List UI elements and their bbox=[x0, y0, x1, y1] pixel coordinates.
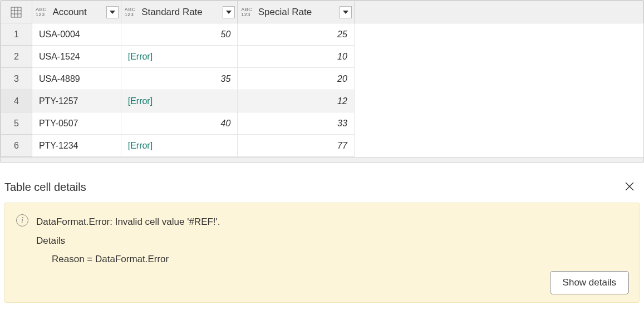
grid-footer-spacer bbox=[1, 157, 643, 162]
cell-standard-rate[interactable]: [Error] bbox=[121, 135, 238, 157]
row-number[interactable]: 4 bbox=[1, 90, 32, 112]
row-number[interactable]: 3 bbox=[1, 68, 32, 90]
error-message-panel: i DataFormat.Error: Invalid cell value '… bbox=[4, 203, 640, 303]
column-label: Special Rate bbox=[258, 7, 312, 17]
select-all-corner[interactable] bbox=[1, 1, 32, 23]
cell-special-rate[interactable]: 77 bbox=[238, 135, 355, 157]
row-number[interactable]: 2 bbox=[1, 46, 32, 68]
table-icon bbox=[11, 7, 22, 18]
info-icon: i bbox=[16, 214, 28, 226]
row-number[interactable]: 6 bbox=[1, 135, 32, 157]
details-label: Details bbox=[36, 232, 220, 250]
cell-special-rate[interactable]: 33 bbox=[238, 112, 355, 135]
error-reason: Reason = DataFormat.Error bbox=[36, 250, 220, 268]
cell-account[interactable]: PTY-1257 bbox=[32, 90, 121, 112]
column-header-standard-rate[interactable]: ABC 123 Standard Rate bbox=[121, 1, 238, 23]
cell-special-rate[interactable]: 12 bbox=[238, 90, 355, 112]
table-row[interactable]: 2USA-1524[Error]10 bbox=[1, 46, 643, 68]
show-details-button[interactable]: Show details bbox=[550, 271, 629, 294]
cell-account[interactable]: PTY-0507 bbox=[32, 112, 121, 135]
column-label: Standard Rate bbox=[141, 7, 203, 17]
filter-button-special-rate[interactable] bbox=[340, 6, 352, 18]
table-row[interactable]: 4PTY-1257[Error]12 bbox=[1, 90, 643, 112]
chevron-down-icon bbox=[110, 11, 115, 14]
error-text: DataFormat.Error: Invalid cell value '#R… bbox=[36, 213, 220, 231]
cell-standard-rate[interactable]: 50 bbox=[121, 23, 238, 46]
table-row[interactable]: 3USA-48893520 bbox=[1, 68, 643, 90]
cell-account[interactable]: PTY-1234 bbox=[32, 135, 121, 157]
row-number[interactable]: 5 bbox=[1, 112, 32, 135]
svg-rect-0 bbox=[11, 7, 21, 17]
type-badge-icon: ABC 123 bbox=[241, 7, 252, 17]
cell-standard-rate[interactable]: [Error] bbox=[121, 46, 238, 68]
cell-special-rate[interactable]: 25 bbox=[238, 23, 355, 46]
cell-special-rate[interactable]: 20 bbox=[238, 68, 355, 90]
data-grid: ABC 123 Account ABC 123 Standard Rate bbox=[0, 0, 644, 163]
column-header-special-rate[interactable]: ABC 123 Special Rate bbox=[238, 1, 355, 23]
cell-account[interactable]: USA-4889 bbox=[32, 68, 121, 90]
row-number[interactable]: 1 bbox=[1, 23, 32, 46]
header-remainder bbox=[354, 1, 643, 23]
filter-button-standard-rate[interactable] bbox=[223, 6, 235, 18]
close-icon bbox=[625, 182, 634, 191]
table-row[interactable]: 5PTY-05074033 bbox=[1, 112, 643, 135]
cell-account[interactable]: USA-1524 bbox=[32, 46, 121, 68]
chevron-down-icon bbox=[226, 11, 232, 14]
cell-account[interactable]: USA-0004 bbox=[32, 23, 121, 46]
cell-special-rate[interactable]: 10 bbox=[238, 46, 355, 68]
cell-standard-rate[interactable]: 40 bbox=[121, 112, 238, 135]
chevron-down-icon bbox=[343, 11, 348, 14]
column-header-account[interactable]: ABC 123 Account bbox=[32, 1, 121, 23]
type-badge-icon: ABC 123 bbox=[125, 7, 136, 17]
cell-details-panel: Table cell details i DataFormat.Error: I… bbox=[0, 175, 644, 303]
cell-standard-rate[interactable]: 35 bbox=[121, 68, 238, 90]
close-button[interactable] bbox=[620, 179, 640, 196]
details-title: Table cell details bbox=[4, 181, 86, 194]
table-row[interactable]: 1USA-00045025 bbox=[1, 23, 643, 46]
filter-button-account[interactable] bbox=[106, 6, 119, 18]
column-label: Account bbox=[52, 7, 86, 17]
type-badge-icon: ABC 123 bbox=[36, 7, 47, 17]
cell-standard-rate[interactable]: [Error] bbox=[121, 90, 238, 112]
table-row[interactable]: 6PTY-1234[Error]77 bbox=[1, 135, 643, 157]
